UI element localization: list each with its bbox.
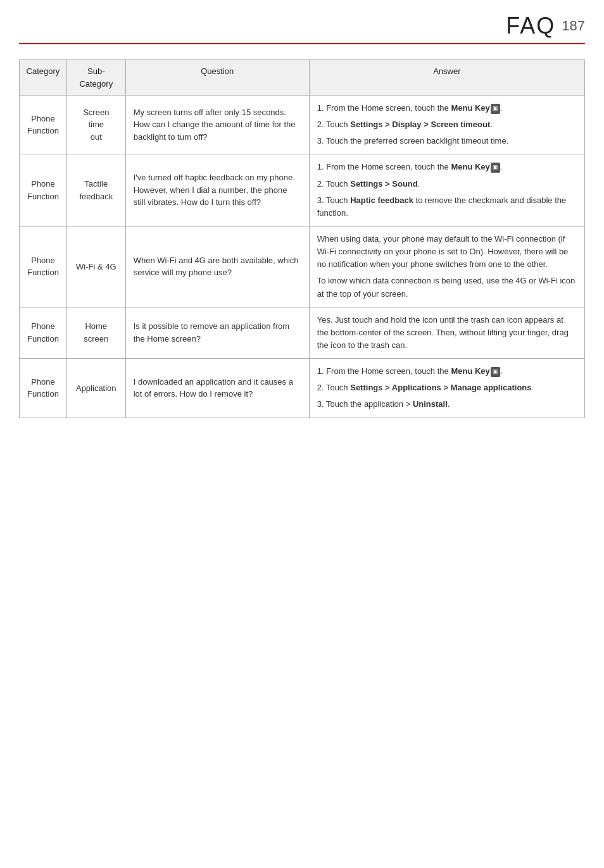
menu-key-icon: ▣ — [491, 367, 500, 377]
cell-category: Phone Function — [20, 359, 67, 418]
answer-paragraph: 2. Touch Settings > Sound. — [317, 178, 577, 190]
cell-category: Phone Function — [20, 154, 67, 226]
answer-paragraph: When using data, your phone may default … — [317, 233, 577, 271]
cell-question: When Wi-Fi and 4G are both available, wh… — [125, 226, 309, 307]
answer-paragraph: 2. Touch Settings > Display > Screen tim… — [317, 118, 577, 131]
cell-category: Phone Function — [20, 96, 67, 154]
answer-paragraph: 3. Touch Haptic feedback to remove the c… — [317, 194, 577, 220]
answer-paragraph: 2. Touch Settings > Applications > Manag… — [317, 381, 577, 394]
answer-paragraph: 3. Touch the application > Uninstall. — [317, 398, 577, 411]
cell-answer: 1. From the Home screen, touch the Menu … — [309, 154, 584, 226]
cell-answer: 1. From the Home screen, touch the Menu … — [309, 96, 584, 154]
faq-table: Category Sub-Category Question Answer Ph… — [19, 59, 585, 418]
cell-subcategory: Application — [66, 359, 125, 418]
answer-paragraph: 1. From the Home screen, touch the Menu … — [317, 102, 577, 115]
col-header-subcategory: Sub-Category — [66, 60, 125, 96]
table-row: Phone FunctionTactile feedbackI've turne… — [20, 154, 585, 226]
col-header-answer: Answer — [309, 60, 584, 96]
cell-subcategory: Home screen — [66, 307, 125, 358]
answer-paragraph: Yes. Just touch and hold the icon until … — [317, 314, 577, 352]
cell-answer: 1. From the Home screen, touch the Menu … — [309, 359, 584, 418]
answer-paragraph: 1. From the Home screen, touch the Menu … — [317, 161, 577, 173]
cell-question: Is it possible to remove an application … — [125, 307, 309, 358]
cell-subcategory: Wi-Fi & 4G — [66, 226, 125, 307]
menu-key-icon: ▣ — [491, 104, 500, 114]
answer-paragraph: To know which data connection is being u… — [317, 275, 577, 300]
answer-paragraph: 3. Touch the preferred screen backlight … — [317, 135, 577, 147]
table-row: Phone FunctionScreen time outMy screen t… — [20, 96, 585, 154]
cell-subcategory: Screen time out — [66, 96, 125, 154]
cell-question: I've turned off haptic feedback on my ph… — [125, 154, 309, 226]
page-header: FAQ 187 — [19, 13, 585, 44]
cell-answer: When using data, your phone may default … — [309, 226, 584, 307]
header-page-number: 187 — [562, 18, 585, 34]
cell-subcategory: Tactile feedback — [66, 154, 125, 226]
table-row: Phone FunctionHome screenIs it possible … — [20, 307, 585, 358]
table-row: Phone FunctionApplicationI downloaded an… — [20, 359, 585, 418]
menu-key-icon: ▣ — [491, 163, 500, 173]
col-header-category: Category — [20, 60, 67, 96]
table-row: Phone FunctionWi-Fi & 4GWhen Wi-Fi and 4… — [20, 226, 585, 307]
cell-question: I downloaded an application and it cause… — [125, 359, 309, 418]
cell-answer: Yes. Just touch and hold the icon until … — [309, 307, 584, 358]
col-header-question: Question — [125, 60, 309, 96]
answer-paragraph: 1. From the Home screen, touch the Menu … — [317, 365, 577, 378]
cell-question: My screen turns off after only 15 second… — [125, 96, 309, 154]
cell-category: Phone Function — [20, 307, 67, 358]
header-title: FAQ — [506, 13, 555, 39]
table-header-row: Category Sub-Category Question Answer — [20, 60, 585, 96]
cell-category: Phone Function — [20, 226, 67, 307]
